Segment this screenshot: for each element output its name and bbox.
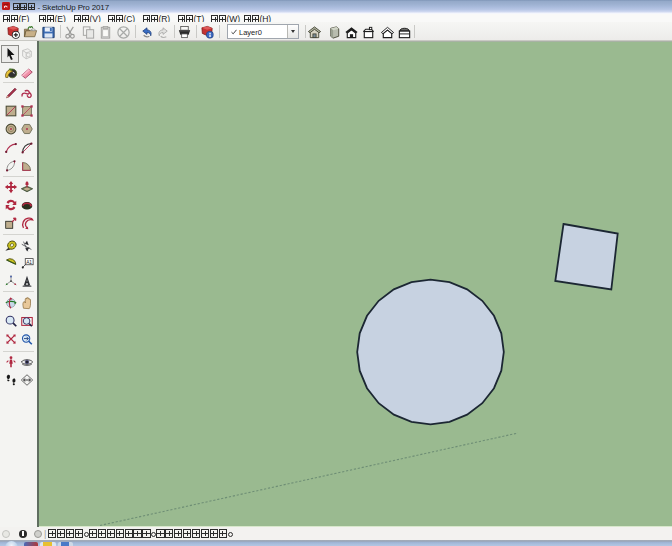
svg-text:A1: A1	[26, 260, 32, 265]
